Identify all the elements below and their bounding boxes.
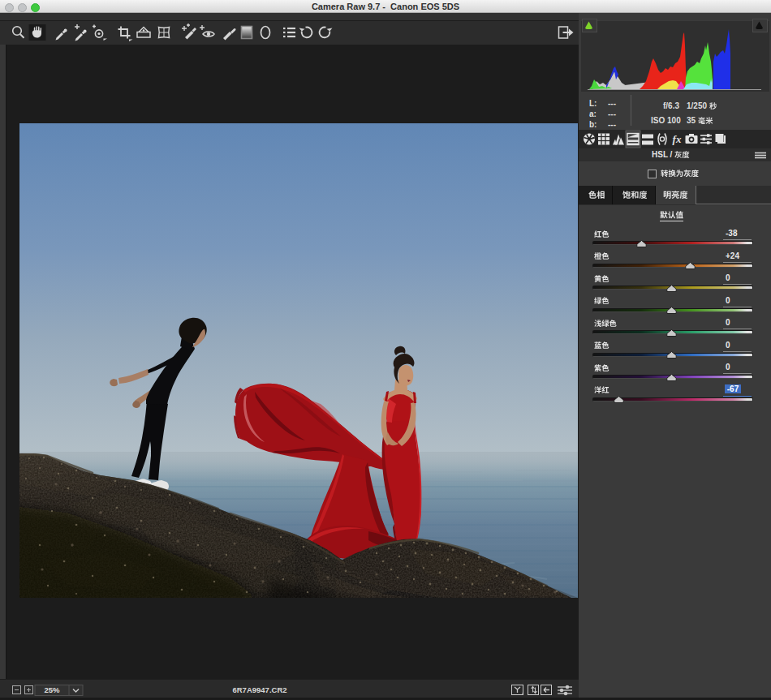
svg-text:fx: fx [673,133,682,145]
svg-text:6R7A9947.CR2: 6R7A9947.CR2 [232,685,286,694]
svg-text:25%: 25% [44,685,60,694]
